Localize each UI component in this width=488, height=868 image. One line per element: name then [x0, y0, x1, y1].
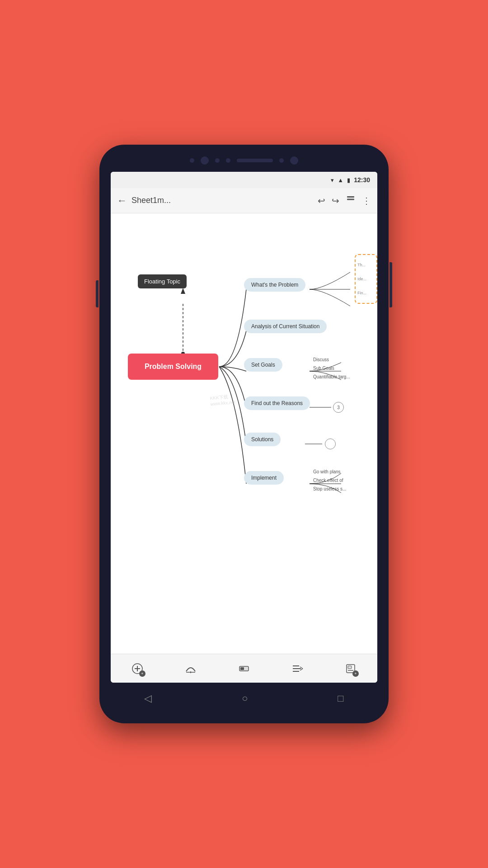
dot	[226, 158, 230, 163]
document-title: Sheet1m...	[131, 196, 313, 205]
sub-label-go-plans: Go with plans	[313, 469, 341, 474]
phone-nav-bar: ◁ ○ □	[99, 683, 389, 714]
signal-icon: ▲	[338, 177, 343, 184]
whats-problem-node[interactable]: What's the Problem	[244, 278, 305, 292]
add-node-button[interactable]: +	[127, 659, 147, 679]
phone-top-bar	[99, 145, 389, 172]
central-node[interactable]: Problem Solving	[128, 354, 218, 380]
sub-label-discuss: Discuss	[313, 357, 329, 362]
style-button[interactable]	[234, 659, 254, 679]
canvas-area[interactable]: Floating Topic Problem Solving What's th…	[111, 213, 377, 654]
solutions-node[interactable]: Solutions	[244, 433, 281, 446]
svg-rect-20	[348, 666, 352, 669]
watermark: KKK下载www.kkx.net	[210, 393, 236, 407]
implement-node[interactable]: Implement	[244, 471, 284, 485]
bottom-toolbar: +	[111, 654, 377, 683]
status-bar: ▾ ▲ ▮ 12:30	[111, 172, 377, 188]
battery-icon: ▮	[347, 177, 350, 184]
partial-text-3: Fin...	[357, 291, 375, 295]
analysis-node[interactable]: Analysis of Current Situation	[244, 320, 327, 333]
nav-home-button[interactable]: ○	[242, 693, 248, 704]
camera-dot	[190, 158, 194, 163]
sub-label-quantifiable: Quantifiable targ...	[313, 374, 350, 379]
redo-button[interactable]: ↪	[332, 195, 339, 206]
status-time: 12:30	[354, 176, 370, 184]
outline-button[interactable]	[287, 659, 307, 679]
wifi-icon: ▾	[331, 177, 334, 184]
dot	[215, 158, 220, 163]
svg-rect-13	[240, 667, 244, 670]
attachment-plus-badge: +	[352, 670, 359, 677]
speaker	[237, 159, 273, 162]
svg-rect-1	[347, 199, 354, 200]
back-button[interactable]: ←	[117, 195, 127, 207]
svg-rect-0	[347, 196, 354, 198]
camera-lens	[201, 156, 209, 165]
partial-text-1: Th...	[357, 263, 375, 267]
header-actions: ↩ ↪ ⋮	[318, 194, 371, 207]
find-reasons-node[interactable]: Find out the Reasons	[244, 396, 310, 410]
phone-container: ▾ ▲ ▮ 12:30 ← Sheet1m... ↩ ↪ ⋮	[99, 145, 389, 723]
format-button[interactable]	[346, 194, 356, 207]
sub-label-subgoals: Sub Goals	[313, 366, 334, 371]
nav-recents-button[interactable]: □	[338, 693, 343, 704]
attachment-button[interactable]: +	[341, 659, 361, 679]
sub-label-check-effect: Check effect of	[313, 478, 343, 483]
app-header: ← Sheet1m... ↩ ↪ ⋮	[111, 188, 377, 213]
sub-label-stop-useless: Stop useless s...	[313, 486, 346, 491]
add-node-plus-badge: +	[139, 670, 145, 677]
partial-text-2: Ide...	[357, 277, 375, 281]
solutions-badge	[325, 439, 336, 449]
volume-button	[96, 280, 99, 307]
nav-back-button[interactable]: ◁	[144, 693, 152, 704]
power-button	[389, 262, 392, 307]
sensor-dot	[279, 158, 284, 163]
camera-front	[290, 156, 298, 165]
connect-button[interactable]	[181, 659, 201, 679]
set-goals-node[interactable]: Set Goals	[244, 358, 282, 372]
phone-screen: ▾ ▲ ▮ 12:30 ← Sheet1m... ↩ ↪ ⋮	[111, 172, 377, 683]
undo-button[interactable]: ↩	[318, 195, 325, 206]
svg-marker-4	[181, 288, 185, 294]
find-reasons-badge: 3	[333, 402, 344, 413]
floating-topic-node[interactable]: Floating Topic	[138, 274, 187, 288]
right-partial-node: Th... Ide... Fin...	[355, 254, 377, 304]
more-button[interactable]: ⋮	[362, 195, 371, 206]
